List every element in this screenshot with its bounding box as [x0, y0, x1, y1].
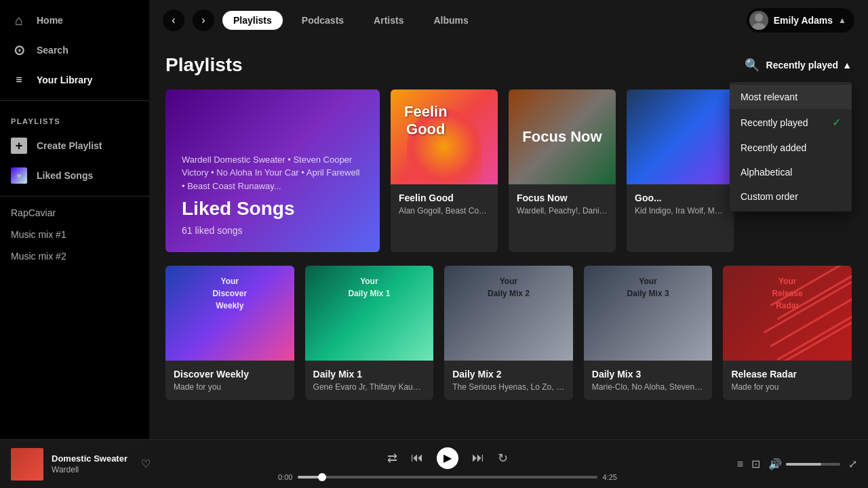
sidebar-playlist-music-mix-2[interactable]: Music mix #2 [0, 245, 149, 267]
user-dropdown-arrow: ▲ [838, 16, 846, 25]
sidebar-item-home-label: Home [37, 15, 63, 26]
volume-track[interactable] [786, 463, 840, 466]
sidebar-item-home[interactable]: ⌂ Home [0, 5, 149, 35]
card-info-focus: Focus Now Wardell, Peachy!, Daniela Picc… [509, 184, 616, 224]
card-image-feelin-good: FeelinGood [391, 89, 498, 184]
card-title-daily-mix-2: Daily Mix 2 [452, 369, 565, 380]
time-current: 0:00 [278, 473, 292, 481]
tab-albums[interactable]: Albums [422, 11, 479, 30]
volume-fill [786, 463, 821, 466]
card-title-daily-mix-3: Daily Mix 3 [592, 369, 705, 380]
card-info-daily-3: Daily Mix 3 Marie-Clo, No Aloha, Steven … [584, 361, 713, 400]
card-info-good-vibes: Goo... Kid Indigo, Ira Wolf, Marie-Clo..… [627, 184, 734, 224]
forward-button[interactable]: › [193, 9, 214, 31]
playlist-card-discover-weekly[interactable]: YourDiscoverWeekly Discover Weekly Made … [165, 266, 294, 400]
card-info-release-radar: Release Radar Made for you [723, 361, 852, 400]
player-extra-controls: ≡ ⊡ 🔊 ⤢ [722, 458, 857, 470]
playlist-card-release-radar[interactable]: YourReleaseRadar Release Radar Made for … [723, 266, 852, 400]
playlist-card-feelin-good[interactable]: FeelinGood Feelin Good Alan Gogoll, Beas… [391, 89, 498, 252]
liked-songs-title: Liked Songs [182, 198, 363, 220]
sidebar-item-search[interactable]: ⊙ Search [0, 35, 149, 65]
card-desc-discover-weekly: Made for you [174, 382, 286, 392]
sidebar-playlist-music-mix-1[interactable]: Music mix #1 [0, 224, 149, 245]
create-playlist-button[interactable]: + Create Playlist [0, 131, 149, 161]
player-track-details: Domestic Sweater Wardell [52, 453, 127, 474]
dropdown-item-custom-order[interactable]: Custom order [730, 184, 852, 209]
card-desc-focus-now: Wardell, Peachy!, Daniela Picciau... [517, 206, 608, 216]
fullscreen-button[interactable]: ⤢ [848, 458, 857, 470]
card-desc-good-vibes: Kid Indigo, Ira Wolf, Marie-Clo... [635, 206, 726, 216]
dropdown-item-most-relevant[interactable]: Most relevant [730, 85, 852, 109]
next-button[interactable]: ⏭ [472, 451, 484, 465]
liked-songs-count: 61 liked songs [182, 225, 363, 236]
player-bar: Domestic Sweater Wardell ♡ ⇄ ⏮ ▶ ⏭ ↻ 0:0… [0, 439, 868, 488]
page-title: Playlists [165, 54, 243, 76]
playlists-bottom-grid: YourDiscoverWeekly Discover Weekly Made … [165, 266, 852, 400]
time-total: 4:25 [603, 473, 617, 481]
plus-icon: + [11, 138, 27, 154]
filter-search-icon[interactable]: 🔍 [745, 58, 760, 73]
card-title-focus-now: Focus Now [517, 192, 608, 203]
svg-point-0 [755, 14, 763, 22]
card-info-daily-1: Daily Mix 1 Gene Evaro Jr, Thifany Kauan… [305, 361, 434, 400]
heart-icon: ♥ [11, 167, 27, 184]
card-image-daily-mix-3: YourDaily Mix 3 [584, 266, 713, 361]
play-button[interactable]: ▶ [437, 447, 458, 469]
card-info-daily-2: Daily Mix 2 The Serious Hyenas, Lo Zo, C… [444, 361, 573, 400]
playlist-card-daily-mix-1[interactable]: YourDaily Mix 1 Daily Mix 1 Gene Evaro J… [305, 266, 434, 400]
dropdown-item-alphabetical[interactable]: Alphabetical [730, 160, 852, 184]
playlist-card-daily-mix-2[interactable]: YourDaily Mix 2 Daily Mix 2 The Serious … [444, 266, 573, 400]
progress-track[interactable] [298, 476, 597, 479]
player-thumbnail [11, 448, 43, 481]
dropdown-item-recently-added[interactable]: Recently added [730, 136, 852, 160]
sidebar-item-library[interactable]: ≡ Your Library [0, 65, 149, 95]
user-menu[interactable]: Emily Adams ▲ [747, 8, 854, 33]
card-title-daily-mix-1: Daily Mix 1 [313, 369, 426, 380]
tab-playlists[interactable]: Playlists [222, 11, 283, 30]
tab-podcasts[interactable]: Podcasts [291, 11, 355, 30]
sidebar: ⌂ Home ⊙ Search ≡ Your Library PLAYLISTS… [0, 0, 149, 439]
topbar: ‹ › Playlists Podcasts Artists Albums Em… [149, 0, 868, 41]
device-button[interactable]: ⊡ [751, 458, 760, 470]
playlist-card-good-vibes[interactable]: Goo... Kid Indigo, Ira Wolf, Marie-Clo..… [627, 89, 734, 252]
tab-artists[interactable]: Artists [363, 11, 414, 30]
playlist-card-focus-now[interactable]: Focus Now Focus Now Wardell, Peachy!, Da… [509, 89, 616, 252]
liked-songs-card[interactable]: Wardell Domestic Sweater • Steven Cooper… [165, 89, 380, 252]
player-track-info: Domestic Sweater Wardell ♡ [11, 448, 174, 481]
sidebar-item-search-label: Search [37, 45, 68, 56]
queue-button[interactable]: ≡ [737, 458, 743, 470]
progress-dot [318, 473, 326, 481]
volume-icon[interactable]: 🔊 [768, 458, 782, 470]
card-title-discover-weekly: Discover Weekly [174, 369, 286, 380]
check-icon: ✓ [832, 116, 841, 129]
sort-button[interactable]: Recently played ▲ [766, 60, 852, 70]
playlist-card-daily-mix-3[interactable]: YourDaily Mix 3 Daily Mix 3 Marie-Clo, N… [584, 266, 713, 400]
user-name: Emily Adams [774, 15, 833, 26]
previous-button[interactable]: ⏮ [411, 451, 423, 465]
filter-area: 🔍 Recently played ▲ Most relevant Recent… [745, 58, 852, 73]
card-image-daily-mix-2: YourDaily Mix 2 [444, 266, 573, 361]
repeat-button[interactable]: ↻ [498, 451, 508, 466]
card-desc-daily-mix-1: Gene Evaro Jr, Thifany Kauany, April... [313, 382, 426, 392]
main-content: ‹ › Playlists Podcasts Artists Albums Em… [149, 0, 868, 439]
back-button[interactable]: ‹ [163, 9, 184, 31]
shuffle-button[interactable]: ⇄ [387, 451, 397, 466]
search-icon: ⊙ [11, 42, 27, 58]
home-icon: ⌂ [11, 12, 27, 28]
sidebar-divider [0, 100, 149, 101]
sort-arrow-icon: ▲ [842, 60, 852, 70]
player-buttons: ⇄ ⏮ ▶ ⏭ ↻ [387, 447, 508, 469]
card-desc-feelin-good: Alan Gogoll, Beast Coast, Ira Wolf... [399, 206, 490, 216]
dropdown-item-recently-played[interactable]: Recently played ✓ [730, 109, 852, 136]
card-title-release-radar: Release Radar [731, 369, 844, 380]
card-image-discover-weekly: YourDiscoverWeekly [165, 266, 294, 361]
sidebar-playlist-rapcaviar[interactable]: RapCaviar [0, 202, 149, 224]
player-like-button[interactable]: ♡ [141, 458, 151, 470]
card-image-daily-mix-1: YourDaily Mix 1 [305, 266, 434, 361]
sidebar-divider-2 [0, 196, 149, 197]
player-artist: Wardell [52, 465, 127, 474]
avatar [749, 11, 768, 30]
liked-songs-button[interactable]: ♥ Liked Songs [0, 161, 149, 190]
content-area: Playlists 🔍 Recently played ▲ Most relev… [149, 41, 868, 439]
card-desc-daily-mix-3: Marie-Clo, No Aloha, Steven Cooper... [592, 382, 705, 392]
